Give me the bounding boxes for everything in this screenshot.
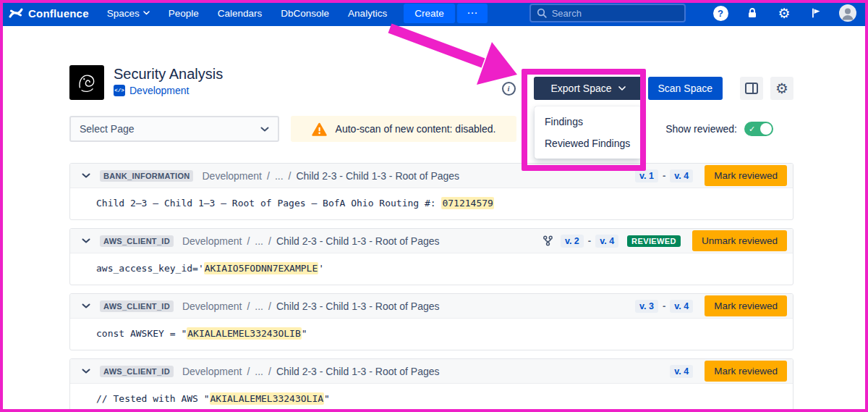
- version-separator: -: [588, 235, 591, 246]
- nav-spaces-label: Spaces: [107, 8, 140, 19]
- help-icon[interactable]: ?: [712, 4, 729, 22]
- code-text: Child 2–3 – Child 1–3 – Root of Pages – …: [96, 198, 441, 209]
- breadcrumb-separator: /: [268, 300, 271, 312]
- mark-reviewed-button[interactable]: Mark reviewed: [705, 361, 787, 382]
- version-from-badge[interactable]: v. 3: [635, 300, 658, 313]
- nav-dbconsole[interactable]: DbConsole: [271, 0, 339, 26]
- nav-calendars[interactable]: Calendars: [208, 0, 272, 26]
- finding-card: AWS_CLIENT_ID Development/.../Child 2-3 …: [69, 228, 793, 285]
- breadcrumb-ellipsis[interactable]: ...: [275, 170, 284, 182]
- breadcrumb-separator: /: [247, 235, 250, 247]
- autoscan-warning-banner: Auto-scan of new content: disabled.: [291, 116, 516, 142]
- secret-highlight: 071214579: [441, 197, 493, 209]
- nav-spaces[interactable]: Spaces: [98, 0, 159, 26]
- version-separator: -: [663, 300, 665, 311]
- breadcrumb-separator: /: [268, 235, 271, 247]
- secret-highlight: AKIALALEMEL33243OLIA: [210, 392, 325, 405]
- space-settings-button[interactable]: ⚙: [770, 77, 793, 100]
- create-button[interactable]: Create: [404, 4, 455, 23]
- breadcrumb-space-link[interactable]: Development: [182, 366, 242, 377]
- menu-item-findings[interactable]: Findings: [535, 111, 642, 133]
- export-space-label: Export Space: [550, 83, 611, 94]
- finding-snippet: aws_access_key_id='AKIAIO5FODNN7EXAMPLE': [70, 253, 793, 285]
- breadcrumb-ellipsis[interactable]: ...: [255, 300, 263, 312]
- search-icon: [537, 8, 547, 18]
- breadcrumb-page-link[interactable]: Child 2-3 - Child 1-3 - Root of Pages: [276, 235, 440, 247]
- breadcrumb-separator: /: [268, 366, 271, 377]
- breadcrumb-separator: /: [247, 366, 250, 377]
- show-reviewed-control: Show reviewed: ✓: [665, 122, 773, 136]
- brand-name: Confluence: [28, 7, 89, 20]
- finding-type-badge: BANK_INFORMATION: [100, 170, 193, 182]
- breadcrumb-space-link[interactable]: Development: [182, 235, 242, 247]
- finding-card: BANK_INFORMATION Development/.../Child 2…: [69, 163, 793, 220]
- breadcrumb-page-link[interactable]: Child 2-3 - Child 1-3 - Root of Pages: [276, 300, 440, 312]
- breadcrumb-separator: /: [289, 170, 292, 182]
- finding-type-badge: AWS_CLIENT_ID: [100, 366, 174, 377]
- export-space-button[interactable]: Export Space: [534, 77, 643, 100]
- breadcrumb-space-link[interactable]: Development: [202, 170, 262, 182]
- chevron-down-icon[interactable]: [82, 173, 90, 178]
- search-input[interactable]: [552, 8, 678, 19]
- breadcrumb: Development/.../Child 2-3 - Child 1-3 - …: [182, 366, 440, 377]
- breadcrumb: Development/.../Child 2-3 - Child 1-3 - …: [182, 300, 440, 312]
- export-space-menu: Findings Reviewed Findings: [535, 106, 642, 159]
- nav-icon-group: ? ⚙: [712, 4, 859, 22]
- space-meta: Security Analysis </> Development: [114, 65, 223, 100]
- unmark-reviewed-button[interactable]: Unmark reviewed: [692, 230, 787, 251]
- show-reviewed-toggle[interactable]: ✓: [744, 122, 773, 136]
- gear-icon[interactable]: ⚙: [775, 4, 793, 22]
- nav-calendars-label: Calendars: [218, 8, 263, 19]
- chevron-down-icon[interactable]: [82, 369, 90, 374]
- branch-icon[interactable]: [542, 235, 553, 246]
- finding-type-badge: AWS_CLIENT_ID: [100, 300, 174, 312]
- version-to-badge[interactable]: v. 4: [670, 169, 693, 182]
- version-from-badge[interactable]: v. 1: [635, 169, 658, 182]
- nav-analytics[interactable]: Analytics: [339, 0, 396, 26]
- controls-row: Select Page Auto-scan of new content: di…: [69, 116, 793, 142]
- finding-header[interactable]: AWS_CLIENT_ID Development/.../Child 2-3 …: [70, 229, 793, 253]
- breadcrumb-page-link[interactable]: Child 2-3 - Child 1-3 - Root of Pages: [296, 170, 459, 182]
- chevron-down-icon[interactable]: [82, 238, 90, 243]
- code-icon: </>: [114, 85, 125, 96]
- findings-list: BANK_INFORMATION Development/.../Child 2…: [69, 163, 793, 412]
- header-actions: i Export Space Scan Space ⚙: [502, 77, 794, 100]
- mark-reviewed-button[interactable]: Mark reviewed: [705, 295, 787, 316]
- version-to-badge[interactable]: v. 4: [670, 300, 693, 313]
- info-icon[interactable]: i: [502, 82, 516, 96]
- more-button[interactable]: ⋯: [457, 4, 488, 23]
- finding-card: AWS_CLIENT_ID Development/.../Child 2-3 …: [69, 358, 793, 412]
- finding-header[interactable]: AWS_CLIENT_ID Development/.../Child 2-3 …: [70, 359, 793, 384]
- sidebar-layout-button[interactable]: [740, 77, 763, 100]
- warning-icon: [312, 122, 327, 136]
- version-to-badge[interactable]: v. 4: [670, 365, 693, 378]
- chevron-down-icon[interactable]: [82, 303, 90, 308]
- gear-icon: ⚙: [775, 81, 788, 96]
- avatar[interactable]: [839, 4, 856, 22]
- search-box[interactable]: [529, 4, 686, 22]
- finding-header[interactable]: BANK_INFORMATION Development/.../Child 2…: [70, 164, 793, 188]
- version-to-badge[interactable]: v. 4: [595, 235, 618, 248]
- space-avatar[interactable]: [69, 65, 104, 100]
- mark-reviewed-button[interactable]: Mark reviewed: [705, 165, 787, 186]
- page-select[interactable]: Select Page: [69, 116, 279, 142]
- flag-icon[interactable]: [807, 4, 825, 22]
- breadcrumb-space-link[interactable]: Development: [182, 300, 242, 312]
- breadcrumb-ellipsis[interactable]: ...: [255, 235, 263, 247]
- scan-space-button[interactable]: Scan Space: [648, 77, 723, 100]
- space-link[interactable]: Development: [129, 85, 190, 96]
- menu-item-reviewed-findings[interactable]: Reviewed Findings: [535, 133, 642, 154]
- version-from-badge[interactable]: v. 2: [561, 235, 584, 248]
- finding-snippet: Child 2–3 – Child 1–3 – Root of Pages – …: [70, 188, 793, 219]
- breadcrumb-ellipsis[interactable]: ...: [255, 366, 263, 377]
- breadcrumb-page-link[interactable]: Child 2-3 - Child 1-3 - Root of Pages: [276, 366, 440, 377]
- nav-people[interactable]: People: [159, 0, 208, 26]
- finding-type-badge: AWS_CLIENT_ID: [100, 235, 174, 247]
- finding-header[interactable]: AWS_CLIENT_ID Development/.../Child 2-3 …: [70, 294, 793, 319]
- nav-dbconsole-label: DbConsole: [281, 8, 329, 19]
- code-text: // Tested with AWS ": [96, 393, 210, 404]
- confluence-brand[interactable]: Confluence: [9, 6, 89, 20]
- secret-highlight: AKIAIO5FODNN7EXAMPLE: [204, 262, 319, 274]
- lock-icon[interactable]: [744, 4, 761, 22]
- reviewed-badge: REVIEWED: [627, 235, 681, 247]
